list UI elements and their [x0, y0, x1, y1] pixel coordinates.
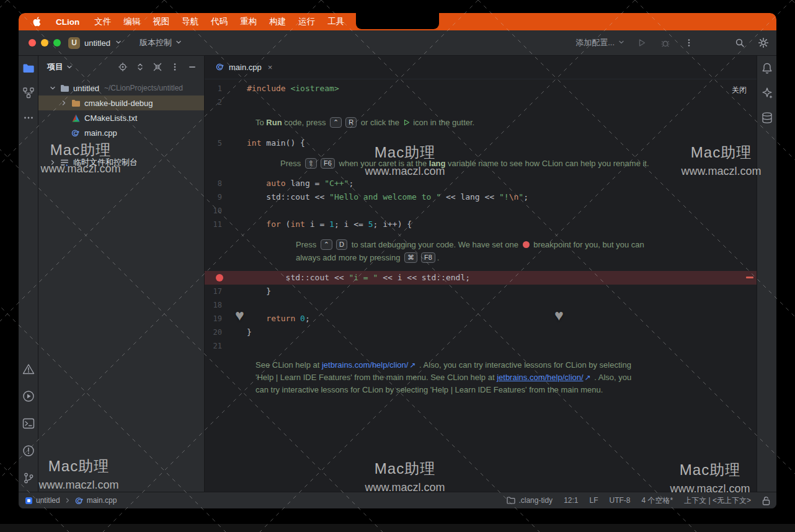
run-button[interactable] [635, 36, 649, 50]
code-line[interactable]: 19 return 0; [205, 312, 757, 326]
code-text[interactable]: } [247, 285, 271, 298]
code-text[interactable]: #include <iostream> [247, 82, 339, 95]
menu-item[interactable]: 导航 [175, 13, 205, 30]
code-text[interactable]: int main() { [247, 136, 305, 150]
external-link-icon[interactable]: ↗ [409, 361, 415, 370]
terminal-tool-button[interactable] [20, 415, 37, 432]
gutter[interactable]: 2 [205, 95, 247, 109]
version-control-tool-button[interactable] [20, 469, 37, 487]
problems-tool-button[interactable] [20, 442, 37, 459]
tree-item-scratches[interactable]: 临时文件和控制台 [38, 155, 204, 170]
external-link-icon[interactable]: ↗ [585, 373, 591, 382]
status-item-unlock[interactable] [762, 496, 770, 505]
tab-close-icon[interactable]: × [268, 63, 273, 72]
gutter[interactable]: 19 [205, 312, 247, 326]
gutter[interactable]: 17 [205, 285, 247, 298]
search-everywhere-button[interactable] [733, 36, 747, 50]
code-line[interactable]: 5int main() { [205, 136, 757, 150]
code-text[interactable]: auto lang = "C++"; [247, 177, 353, 190]
chevron-right-icon[interactable] [58, 99, 69, 107]
close-banner-link[interactable]: 关闭 [732, 85, 747, 95]
code-area[interactable]: 1#include <iostream>2To Run code, press … [205, 79, 757, 403]
code-line[interactable]: 20} [205, 326, 757, 339]
warnings-tool-button[interactable] [20, 360, 37, 378]
more-tools-tool-button[interactable] [20, 109, 37, 126]
code-line[interactable]: 9 std::cout << "Hello and welcome to " <… [205, 190, 757, 204]
tree-item-main-cpp[interactable]: Cmain.cpp [38, 125, 204, 140]
menu-app-name[interactable]: CLion [47, 17, 88, 27]
gutter[interactable]: 1 [205, 82, 247, 95]
menu-item[interactable]: 代码 [205, 13, 234, 30]
database-tool-button[interactable] [758, 109, 776, 126]
gutter[interactable]: 9 [205, 190, 247, 204]
code-line[interactable]: 17 } [205, 285, 757, 298]
breadcrumb-item[interactable]: untitled [25, 496, 60, 505]
status-item[interactable]: LF [589, 496, 598, 505]
gutter[interactable]: 18 [205, 298, 247, 312]
debug-button[interactable] [659, 36, 672, 50]
gutter[interactable]: 21 [205, 339, 247, 353]
code-line[interactable]: 1#include <iostream> [205, 82, 757, 95]
status-item[interactable]: .clang-tidy [507, 496, 553, 505]
notifications-tool-button[interactable] [758, 60, 776, 77]
hide-panel-button[interactable] [187, 61, 198, 73]
menu-item[interactable]: 工具 [321, 13, 350, 30]
breakpoint-dot[interactable] [216, 274, 223, 282]
code-line-breakpoint[interactable]: std::cout << "i = " << i << std::endl; [205, 271, 757, 285]
gutter[interactable]: 11 [205, 218, 247, 231]
code-line[interactable]: 18 [205, 298, 757, 312]
tree-item-untitled[interactable]: untitled~/CLionProjects/untitled [38, 81, 204, 95]
collapse-all-button[interactable] [152, 61, 163, 73]
code-line[interactable]: 11 for (int i = 1; i <= 5; i++) { [205, 218, 757, 231]
status-item[interactable]: 12:1 [564, 496, 578, 505]
gutter[interactable] [205, 271, 247, 285]
code-line[interactable]: 10 [205, 204, 757, 218]
code-text[interactable]: std::cout << "i = " << i << std::endl; [247, 271, 470, 285]
locate-button[interactable] [117, 61, 128, 73]
code-text[interactable]: for (int i = 1; i <= 5; i++) { [247, 218, 412, 231]
ai-assistant-tool-button[interactable] [758, 84, 776, 102]
breadcrumb-item[interactable]: Cmain.cpp [75, 496, 117, 505]
status-item[interactable]: UTF-8 [610, 496, 631, 505]
chevron-right-icon[interactable] [47, 159, 58, 166]
code-line[interactable]: 8 auto lang = "C++"; [205, 177, 757, 190]
project-folder-tool-button[interactable] [20, 60, 37, 77]
settings-gear-button[interactable] [757, 36, 770, 50]
run-configuration-selector[interactable]: 添加配置... [575, 37, 625, 48]
zoom-window-button[interactable] [53, 39, 61, 47]
menu-item[interactable]: 构建 [263, 13, 292, 30]
menu-item[interactable]: 编辑 [117, 13, 146, 30]
status-item[interactable]: 上下文 | <无上下文> [684, 495, 751, 506]
gutter[interactable]: 10 [205, 204, 247, 218]
gutter[interactable]: 8 [205, 177, 247, 190]
apple-menu-icon[interactable] [26, 17, 47, 27]
code-text[interactable]: std::cout << "Hello and welcome to " << … [247, 190, 528, 204]
menu-item[interactable]: 运行 [292, 13, 321, 30]
more-actions-button[interactable] [682, 36, 696, 50]
close-window-button[interactable] [29, 39, 36, 47]
code-text[interactable]: } [247, 326, 252, 339]
minimize-window-button[interactable] [41, 39, 48, 47]
menu-item[interactable]: 重构 [234, 13, 263, 30]
status-item[interactable]: 4 个空格* [642, 495, 673, 506]
tree-item-cmake-build-debug[interactable]: cmake-build-debug [38, 95, 204, 110]
expand-chevrons-button[interactable] [135, 61, 146, 73]
tree-item-cmakelists[interactable]: CMakeLists.txt [38, 110, 204, 125]
commit-tool-button[interactable] [20, 84, 37, 102]
menu-item[interactable]: 文件 [88, 13, 117, 30]
vcs-widget[interactable]: 版本控制 [140, 30, 182, 55]
gutter[interactable]: 5 [205, 136, 247, 150]
code-line[interactable]: 2 [205, 95, 757, 109]
gutter[interactable]: 20 [205, 326, 247, 339]
project-widget[interactable]: U untitled [68, 30, 122, 55]
code-text[interactable]: return 0; [247, 312, 310, 326]
code-line[interactable]: 21 [205, 339, 757, 353]
chevron-down-icon[interactable] [47, 84, 58, 92]
help-link[interactable]: jetbrains.com/help/clion/ [497, 373, 583, 382]
help-link[interactable]: jetbrains.com/help/clion/ [322, 360, 408, 370]
project-panel-title[interactable]: 项目 [47, 61, 73, 73]
tab-main-cpp[interactable]: C main.cpp × [210, 56, 278, 79]
menu-item[interactable]: 视图 [146, 13, 175, 30]
more-options-button[interactable] [169, 61, 180, 73]
editor-body[interactable]: 关闭 1#include <iostream>2To Run code, pre… [205, 79, 757, 492]
